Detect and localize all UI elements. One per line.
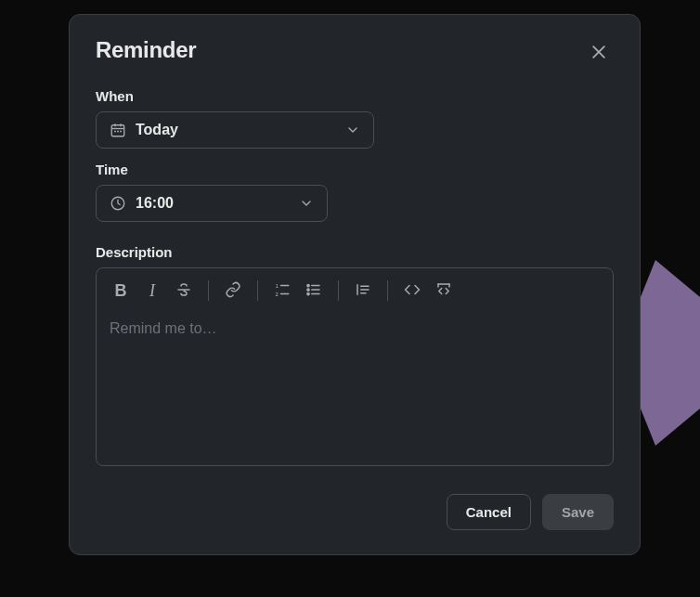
cancel-button[interactable]: Cancel (447, 494, 531, 530)
chevron-down-icon (299, 196, 314, 211)
chevron-down-icon (345, 123, 360, 137)
strikethrough-button[interactable] (169, 276, 199, 305)
code-button[interactable] (397, 276, 427, 305)
code-block-icon (435, 281, 452, 301)
svg-point-19 (307, 288, 309, 290)
modal-footer: Cancel Save (96, 494, 614, 530)
toolbar-divider (387, 280, 388, 301)
when-select[interactable]: Today (96, 111, 374, 149)
italic-button[interactable]: I (137, 276, 167, 305)
blockquote-button[interactable] (348, 276, 378, 305)
time-group: Time 16:00 (96, 162, 614, 222)
code-icon (404, 281, 421, 301)
modal-header: Reminder (96, 37, 614, 70)
bullet-list-icon (305, 281, 322, 301)
svg-point-20 (307, 292, 309, 294)
time-value: 16:00 (136, 195, 299, 212)
time-select[interactable]: 16:00 (96, 185, 328, 222)
when-value: Today (136, 122, 345, 138)
modal-title: Reminder (96, 37, 196, 63)
clock-icon (110, 195, 126, 212)
when-group: When Today (96, 88, 614, 149)
svg-text:2: 2 (276, 291, 279, 296)
save-button[interactable]: Save (542, 494, 614, 530)
strikethrough-icon (175, 281, 192, 301)
ordered-list-button[interactable]: 1 2 (267, 276, 297, 305)
svg-point-18 (307, 284, 309, 286)
code-block-button[interactable] (429, 276, 459, 305)
description-group: Description B I (96, 244, 614, 466)
reminder-modal: Reminder When (69, 14, 641, 555)
calendar-icon (110, 122, 126, 138)
close-icon (590, 43, 608, 64)
blockquote-icon (355, 281, 371, 301)
toolbar-divider (257, 280, 258, 301)
link-icon (225, 281, 241, 301)
when-label: When (96, 88, 614, 104)
editor-container: B I (96, 267, 614, 466)
description-input[interactable] (97, 313, 613, 461)
svg-text:1: 1 (276, 282, 279, 288)
bullet-list-button[interactable] (299, 276, 329, 305)
editor-toolbar: B I (97, 268, 613, 313)
close-button[interactable] (584, 37, 614, 70)
toolbar-divider (208, 280, 209, 301)
bold-button[interactable]: B (106, 276, 136, 305)
ordered-list-icon: 1 2 (274, 281, 291, 301)
time-label: Time (96, 162, 614, 177)
toolbar-divider (338, 280, 339, 301)
description-label: Description (96, 244, 614, 260)
bold-icon: B (115, 281, 127, 301)
italic-icon: I (149, 281, 155, 301)
link-button[interactable] (218, 276, 248, 305)
